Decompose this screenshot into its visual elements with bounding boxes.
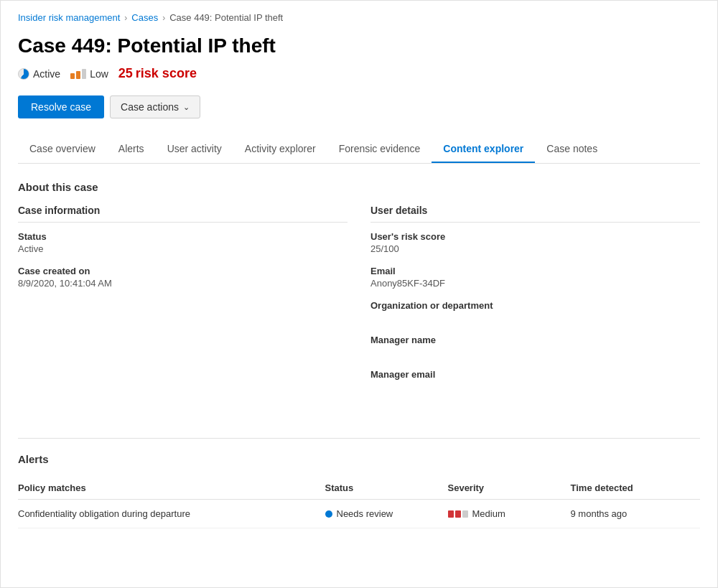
content-area: Case information Status Active Case crea… xyxy=(18,205,700,403)
breadcrumb-item-2[interactable]: Cases xyxy=(131,12,158,23)
created-group: Case created on 8/9/2020, 10:41:04 AM xyxy=(18,266,348,289)
risk-bars-icon xyxy=(70,69,86,79)
alert-severity-cell: Medium xyxy=(448,500,571,528)
manager-name-group: Manager name xyxy=(370,335,700,358)
alert-status-cell: Needs review xyxy=(325,500,448,528)
alerts-table-header: Policy matches Status Severity Time dete… xyxy=(18,477,700,500)
risk-score-group: User's risk score 25/100 xyxy=(370,231,700,254)
alerts-section: Alerts Policy matches Status Severity Ti… xyxy=(18,438,700,528)
case-information-column: Case information Status Active Case crea… xyxy=(18,205,348,403)
org-field-label: Organization or department xyxy=(370,300,700,311)
status-field-label: Status xyxy=(18,231,348,242)
tab-content-explorer[interactable]: Content explorer xyxy=(432,136,535,163)
status-field-value: Active xyxy=(18,243,348,254)
risk-score-field-value: 25/100 xyxy=(370,243,700,254)
tab-alerts[interactable]: Alerts xyxy=(107,136,156,163)
tab-activity-explorer[interactable]: Activity explorer xyxy=(233,136,327,163)
page-title: Case 449: Potential IP theft xyxy=(18,34,700,57)
action-buttons: Resolve case Case actions ⌄ xyxy=(18,95,700,118)
severity-bars-icon xyxy=(448,510,468,518)
col-header-severity: Severity xyxy=(448,477,571,500)
manager-name-field-label: Manager name xyxy=(370,335,700,345)
active-status: Active xyxy=(18,68,60,80)
alert-policy-cell: Confidentiality obligation during depart… xyxy=(18,500,325,528)
alert-time-cell: 9 months ago xyxy=(571,500,701,528)
email-group: Email Anony85KF-34DF xyxy=(370,266,700,289)
breadcrumb-sep-1: › xyxy=(124,13,127,23)
case-actions-button[interactable]: Case actions ⌄ xyxy=(110,95,200,118)
sev-bar-3 xyxy=(462,510,468,518)
alerts-table: Policy matches Status Severity Time dete… xyxy=(18,477,700,528)
alerts-section-heading: Alerts xyxy=(18,453,700,465)
col-header-status: Status xyxy=(325,477,448,500)
manager-email-field-value xyxy=(370,381,700,392)
risk-bar-3 xyxy=(82,69,86,79)
sev-bar-1 xyxy=(448,510,454,518)
severity-label: Medium xyxy=(472,508,505,519)
risk-bar-1 xyxy=(70,73,75,79)
tab-user-activity[interactable]: User activity xyxy=(156,136,233,163)
severity-indicator: Medium xyxy=(448,508,571,519)
col-header-time: Time detected xyxy=(571,477,701,500)
tab-nav: Case overview Alerts User activity Activ… xyxy=(18,136,700,164)
case-actions-label: Case actions xyxy=(121,101,179,113)
needs-review-status: Needs review xyxy=(325,508,448,519)
active-label: Active xyxy=(33,68,60,80)
user-details-label: User details xyxy=(370,205,700,223)
risk-label: Low xyxy=(90,68,108,80)
chevron-down-icon: ⌄ xyxy=(183,103,190,112)
created-field-value: 8/9/2020, 10:41:04 AM xyxy=(18,278,348,289)
org-field-value xyxy=(370,312,700,323)
manager-name-field-value xyxy=(370,347,700,358)
org-group: Organization or department xyxy=(370,300,700,323)
resolve-case-button[interactable]: Resolve case xyxy=(18,95,104,118)
page-container: Insider risk management › Cases › Case 4… xyxy=(0,0,718,588)
breadcrumb-sep-2: › xyxy=(162,13,165,23)
col-header-policy: Policy matches xyxy=(18,477,325,500)
risk-level: Low xyxy=(70,68,108,80)
manager-email-field-label: Manager email xyxy=(370,369,700,380)
about-section-heading: About this case xyxy=(18,181,700,193)
email-field-value: Anony85KF-34DF xyxy=(370,278,700,289)
tab-case-notes[interactable]: Case notes xyxy=(535,136,609,163)
manager-email-group: Manager email xyxy=(370,369,700,392)
sev-bar-2 xyxy=(455,510,461,518)
case-information-label: Case information xyxy=(18,205,348,223)
risk-score-field-label: User's risk score xyxy=(370,231,700,242)
created-field-label: Case created on xyxy=(18,266,348,276)
blue-dot-icon xyxy=(325,510,332,518)
table-row[interactable]: Confidentiality obligation during depart… xyxy=(18,500,700,528)
breadcrumb: Insider risk management › Cases › Case 4… xyxy=(18,12,700,23)
status-icon xyxy=(18,68,29,80)
tab-case-overview[interactable]: Case overview xyxy=(18,136,107,163)
user-details-column: User details User's risk score 25/100 Em… xyxy=(370,205,700,403)
status-group: Status Active xyxy=(18,231,348,254)
breadcrumb-item-1[interactable]: Insider risk management xyxy=(18,12,120,23)
status-bar: Active Low 25risk score xyxy=(18,66,700,81)
breadcrumb-current: Case 449: Potential IP theft xyxy=(169,12,283,23)
risk-bar-2 xyxy=(76,71,80,79)
risk-score: 25risk score xyxy=(118,66,200,81)
tab-forensic-evidence[interactable]: Forensic evidence xyxy=(327,136,432,163)
email-field-label: Email xyxy=(370,266,700,276)
needs-review-label: Needs review xyxy=(337,508,393,519)
